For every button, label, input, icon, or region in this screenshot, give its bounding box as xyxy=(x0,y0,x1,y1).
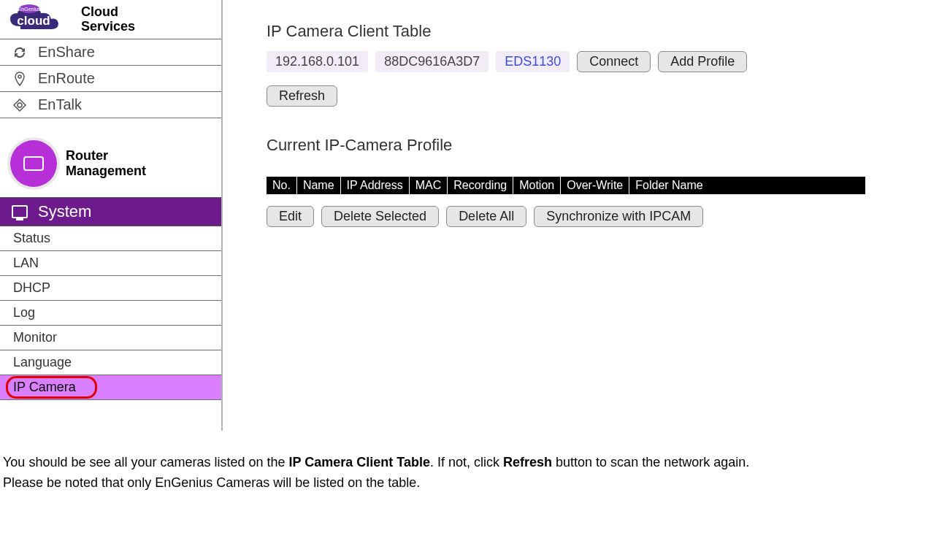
brand-title-line1: Cloud xyxy=(81,5,135,20)
router-title-line2: Management xyxy=(66,164,146,179)
instruction-fragment: button to scan the network again. xyxy=(552,455,749,469)
monitor-icon xyxy=(12,205,28,218)
delete-all-button[interactable]: Delete All xyxy=(446,206,526,227)
svg-marker-3 xyxy=(14,99,26,111)
sidebar-item-ip-camera[interactable]: IP Camera xyxy=(0,375,221,400)
svg-text:EnGenius: EnGenius xyxy=(18,7,41,12)
client-model: EDS1130 xyxy=(496,51,570,72)
sidebar-item-dhcp[interactable]: DHCP xyxy=(0,276,221,301)
refresh-button[interactable]: Refresh xyxy=(267,85,337,107)
svg-text:cloud: cloud xyxy=(17,14,50,28)
instruction-fragment: . If not, click xyxy=(430,455,503,469)
connect-button[interactable]: Connect xyxy=(577,51,651,72)
sidebar-item-status[interactable]: Status xyxy=(0,226,221,251)
profile-section-title: Current IP-Camera Profile xyxy=(267,136,909,155)
synchronize-button[interactable]: Synchronize with IPCAM xyxy=(534,206,703,227)
instruction-bold: Refresh xyxy=(503,455,552,469)
delete-selected-button[interactable]: Delete Selected xyxy=(321,206,439,227)
sidebar-item-system[interactable]: System xyxy=(0,197,221,226)
client-mac: 88DC9616A3D7 xyxy=(375,51,489,72)
instruction-fragment: You should be see all your cameras liste… xyxy=(3,455,289,469)
router-icon xyxy=(10,140,57,187)
cloud-service-enshare[interactable]: EnShare xyxy=(0,39,221,65)
instruction-text: You should be see all your cameras liste… xyxy=(0,431,931,501)
client-ip: 192.168.0.101 xyxy=(267,51,368,72)
app-frame: EnGenius cloud Cloud Services EnShare En… xyxy=(0,0,931,431)
instruction-fragment: Please be noted that only EnGenius Camer… xyxy=(3,475,420,490)
brand-title-line2: Services xyxy=(81,20,135,34)
sidebar-item-lan[interactable]: LAN xyxy=(0,251,221,276)
main-content: IP Camera Client Table 192.168.0.101 88D… xyxy=(223,0,931,431)
cloud-service-label: EnRoute xyxy=(38,70,95,87)
brand-header: EnGenius cloud Cloud Services xyxy=(0,0,221,39)
instruction-bold: IP Camera Client Table xyxy=(289,455,430,469)
profile-header-cell: Over-Write xyxy=(561,177,629,194)
sidebar-item-monitor[interactable]: Monitor xyxy=(0,326,221,350)
profile-header-cell: Recording xyxy=(448,177,513,194)
edit-button[interactable]: Edit xyxy=(267,206,314,227)
cloud-service-label: EnTalk xyxy=(38,96,82,113)
profile-header-cell: MAC xyxy=(410,177,448,194)
profile-table-header: No.NameIP AddressMACRecordingMotionOver-… xyxy=(267,177,865,194)
sidebar-item-log[interactable]: Log xyxy=(0,301,221,326)
sidebar-item-label: System xyxy=(38,202,91,221)
cloud-service-label: EnShare xyxy=(38,44,95,61)
profile-header-cell: Name xyxy=(297,177,341,194)
router-management-header: Router Management xyxy=(0,118,221,197)
cloud-logo-icon: EnGenius cloud xyxy=(4,3,74,36)
profile-action-row: Edit Delete Selected Delete All Synchron… xyxy=(267,206,909,227)
client-table-row: 192.168.0.101 88DC9616A3D7 EDS1130 Conne… xyxy=(267,51,909,72)
sidebar: EnGenius cloud Cloud Services EnShare En… xyxy=(0,0,223,431)
profile-header-cell: No. xyxy=(267,177,297,194)
brand-title: Cloud Services xyxy=(81,5,135,34)
talk-icon xyxy=(12,97,28,113)
cloud-service-enroute[interactable]: EnRoute xyxy=(0,65,221,91)
profile-header-cell: Folder Name xyxy=(629,177,865,194)
router-title-line1: Router xyxy=(66,148,146,164)
svg-point-4 xyxy=(18,103,22,107)
highlight-ring xyxy=(6,376,97,399)
pin-icon xyxy=(12,71,28,87)
sync-icon xyxy=(12,45,28,61)
profile-header-cell: Motion xyxy=(513,177,561,194)
client-table-title: IP Camera Client Table xyxy=(267,22,909,41)
cloud-service-entalk[interactable]: EnTalk xyxy=(0,91,221,118)
router-management-title: Router Management xyxy=(66,148,146,178)
sidebar-item-language[interactable]: Language xyxy=(0,350,221,375)
add-profile-button[interactable]: Add Profile xyxy=(658,51,747,72)
profile-header-cell: IP Address xyxy=(341,177,410,194)
